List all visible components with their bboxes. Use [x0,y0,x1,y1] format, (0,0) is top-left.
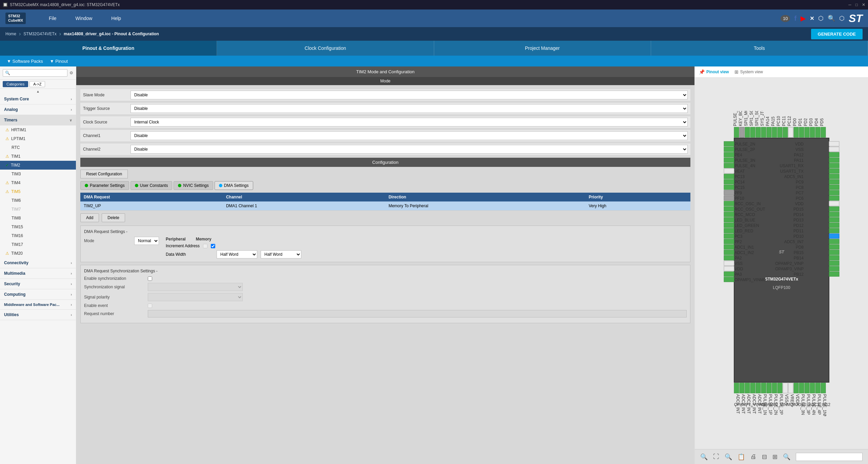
sidebar-computing[interactable]: Computing › [0,289,76,300]
slave-mode-select[interactable]: Disable [130,91,688,99]
sidebar-item-tim4[interactable]: ⚠ TIM4 [0,178,76,187]
sidebar-utilities[interactable]: Utilities › [0,310,76,320]
peripheral-increment-checkbox[interactable] [203,244,207,248]
close-icon[interactable]: ✕ [862,2,865,7]
signal-polarity-select[interactable] [148,293,243,301]
enable-sync-checkbox[interactable] [148,276,152,281]
split-icon[interactable]: ⊟ [762,453,767,461]
sidebar-middleware[interactable]: Middleware and Software Pac... › [0,300,76,310]
sidebar-item-hrtim1[interactable]: ⚠ HRTIM1 [0,125,76,134]
facebook-icon[interactable]: f [794,15,796,22]
svg-rect-153 [805,383,809,393]
chip-search-input[interactable] [796,453,863,461]
table-row[interactable]: TIM2_UP DMA1 Channel 1 Memory To Periphe… [80,201,690,211]
sidebar-item-tim3[interactable]: TIM3 [0,170,76,178]
tab-project[interactable]: Project Manager [434,41,651,56]
enable-event-row: Enable event [84,303,687,308]
peripheral-width-select[interactable]: Half Word [217,250,257,258]
pinout-tab[interactable]: ▼ Pinout [50,59,68,64]
search-icon[interactable]: 🔍 [828,15,835,22]
param-settings-tab[interactable]: Parameter Settings [80,181,129,190]
print-icon[interactable]: 🖨 [750,453,756,460]
delete-button[interactable]: Delete [102,213,125,222]
svg-rect-44 [724,250,734,255]
peripheral-col-header: Peripheral [166,237,186,241]
sidebar-item-tim8[interactable]: TIM8 [0,214,76,223]
computing-arrow: › [71,293,72,296]
svg-rect-24 [724,196,734,200]
tab-clock[interactable]: Clock Configuration [217,41,434,56]
filter-categories-btn[interactable]: Categories [3,81,28,87]
sidebar-item-lptim1[interactable]: ⚠ LPTIM1 [0,134,76,143]
sidebar-item-tim5[interactable]: ⚠ TIM5 [0,187,76,196]
export-icon[interactable]: 📋 [738,453,745,461]
user-constants-tab[interactable]: User Constants [130,181,173,190]
software-packs-tab[interactable]: ▼ Software Packs [7,59,43,64]
sidebar-item-tim2[interactable]: ✓ TIM2 [0,161,76,170]
memory-increment-checkbox[interactable] [211,244,215,248]
channel2-select[interactable]: Disable [130,145,688,154]
tab-pinout[interactable]: Pinout & Configuration [0,41,217,56]
window-menu[interactable]: Window [66,9,102,27]
sidebar-item-tim1[interactable]: ⚠ TIM1 [0,152,76,161]
enable-event-checkbox[interactable] [148,304,152,308]
breadcrumb-project[interactable]: max14808_driver_g4.ioc - Pinout & Config… [64,32,159,36]
request-number-input[interactable] [148,310,687,317]
grid-icon[interactable]: ⊞ [772,453,778,461]
svg-text:LQFP100: LQFP100 [773,285,790,290]
sidebar-connectivity[interactable]: Connectivity › [0,258,76,268]
secondary-tab-bar: ▼ Software Packs ▼ Pinout [0,56,868,66]
sidebar-item-tim16[interactable]: TIM16 [0,231,76,240]
tim1-warn-icon: ⚠ [5,154,9,159]
network-icon[interactable]: ⬡ [839,15,845,22]
fit-view-icon[interactable]: ⛶ [713,453,719,460]
github-icon[interactable]: ⬡ [818,15,824,22]
clock-source-select[interactable]: Internal Clock [130,118,688,127]
help-menu[interactable]: Help [102,9,130,27]
sidebar-analog[interactable]: Analog › [0,104,76,115]
sync-signal-select[interactable] [148,283,243,291]
sidebar-timers[interactable]: Timers ∨ [0,115,76,125]
trigger-source-select[interactable]: Disable [130,104,688,113]
scroll-up-arrow[interactable]: ▲ [0,89,76,94]
sidebar-item-tim17[interactable]: TIM17 [0,240,76,249]
sidebar-item-rtc[interactable]: RTC [0,143,76,152]
search-input[interactable] [3,69,67,77]
svg-rect-154 [810,383,815,393]
breadcrumb-device[interactable]: STM32G474VETx [23,32,56,36]
tab-tools[interactable]: Tools [651,41,868,56]
sidebar-system-core[interactable]: System Core › [0,94,76,104]
titlebar-controls[interactable]: ─ □ ✕ [848,2,865,7]
breadcrumb-home[interactable]: Home [5,32,16,36]
nvic-settings-tab[interactable]: NVIC Settings [174,181,213,190]
slave-mode-row: Slave Mode Disable [80,89,690,101]
system-view-tab[interactable]: ⊞ System view [734,69,763,75]
zoom-out-icon[interactable]: 🔍 [725,453,732,461]
minimize-icon[interactable]: ─ [848,2,851,7]
sidebar-item-tim6[interactable]: TIM6 [0,196,76,205]
reset-configuration-button[interactable]: Reset Configuration [80,170,128,178]
info-icon[interactable]: 10 [781,15,790,22]
sidebar: ⚙ Categories A->Z ▲ System Core › Analog… [0,66,76,464]
svg-rect-155 [815,383,820,393]
zoom-in-icon[interactable]: 🔍 [700,453,708,461]
mode-select[interactable]: Normal [134,237,159,245]
channel1-select[interactable]: Disable [130,131,688,140]
sidebar-security[interactable]: Security › [0,279,76,289]
maximize-icon[interactable]: □ [855,2,858,7]
pinout-view-tab[interactable]: 📌 Pinout view [699,69,729,75]
dma-settings-tab[interactable]: DMA Settings [215,181,253,190]
generate-code-button[interactable]: GENERATE CODE [811,29,863,39]
filter-az-btn[interactable]: A->Z [29,81,45,87]
sidebar-item-tim15[interactable]: TIM15 [0,223,76,231]
twitter-icon[interactable]: ✕ [810,15,814,22]
clock-source-row: Clock Source Internal Clock [80,116,690,128]
chip-search-icon[interactable]: 🔍 [783,453,790,461]
file-menu[interactable]: File [39,9,66,27]
add-button[interactable]: Add [80,213,99,222]
youtube-icon[interactable]: ▶ [801,14,806,22]
sidebar-item-tim20[interactable]: ⚠ TIM20 [0,249,76,258]
sidebar-multimedia[interactable]: Multimedia › [0,268,76,279]
memory-width-select[interactable]: Half Word [261,250,301,258]
search-gear-icon[interactable]: ⚙ [69,71,73,75]
